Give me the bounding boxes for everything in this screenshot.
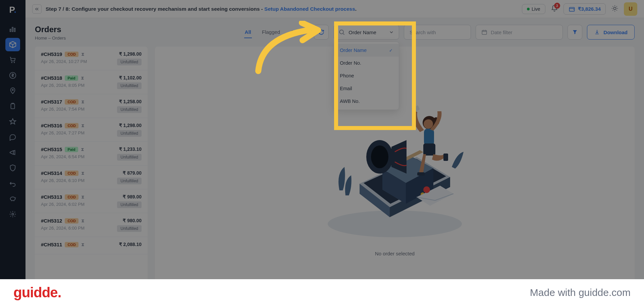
empty-illustration (319, 97, 470, 244)
sidebar-item-announce[interactable] (5, 146, 20, 159)
dropdown-option[interactable]: Phone (334, 69, 399, 82)
notifications-button[interactable]: 3 (551, 5, 558, 13)
order-card[interactable]: #CH5318Paid⧗Apr 26, 2024, 8:05 PM₹ 1,102… (35, 70, 148, 94)
download-icon (594, 29, 600, 35)
dropdown-option[interactable]: AWB No. (334, 95, 399, 108)
orders-list[interactable]: #CH5319COD⧗Apr 26, 2024, 10:27 PM₹ 1,298… (35, 47, 148, 306)
chevron-down-icon (389, 29, 394, 35)
sidebar-item-piggy[interactable] (5, 192, 20, 205)
order-card[interactable]: #CH5317COD⧗Apr 26, 2024, 7:54 PM₹ 1,258.… (35, 94, 148, 118)
order-id: #CH5318 (41, 75, 62, 81)
order-card[interactable]: #CH5312COD⧗Apr 26, 2024, 6:00 PM₹ 980.00… (35, 213, 148, 237)
page-title: Orders (35, 25, 66, 34)
tab-cod[interactable]: COD (290, 26, 303, 38)
svg-point-3 (12, 89, 13, 90)
order-status-pill: COD (65, 218, 78, 224)
download-button[interactable]: Download (587, 25, 635, 40)
date-filter[interactable]: Date filter (476, 25, 563, 40)
sidebar-item-clipboard[interactable] (5, 100, 20, 113)
order-card[interactable]: #CH5313COD⧗Apr 26, 2024, 6:02 PM₹ 989.00… (35, 189, 148, 213)
hourglass-icon: ⧗ (81, 170, 85, 176)
comment-icon (9, 133, 16, 141)
wallet-button[interactable]: ₹3,826.34 (564, 3, 606, 15)
topbar: Step 7 / 8: Configure your checkout reco… (25, 0, 644, 18)
hourglass-icon: ⧗ (81, 194, 85, 200)
wallet-icon (569, 6, 575, 12)
hourglass-icon: ⧗ (81, 75, 84, 81)
order-price: ₹ 879.00 (123, 170, 142, 176)
tab-all[interactable]: All (244, 26, 252, 38)
order-status-pill: COD (65, 123, 78, 128)
sidebar-item-payments[interactable] (5, 69, 20, 82)
guidde-footer: guidde. Made with guidde.com (0, 279, 644, 306)
order-card[interactable]: #CH5316COD⧗Apr 26, 2024, 7:27 PM₹ 1,298.… (35, 118, 148, 142)
setup-step-link[interactable]: Setup Abandoned Checkout process (264, 6, 355, 12)
svg-rect-28 (411, 105, 420, 113)
order-price: ₹ 1,298.00 (119, 51, 142, 57)
sidebar-item-shield[interactable] (5, 161, 20, 175)
order-date: Apr 26, 2024, 7:54 PM (41, 107, 85, 112)
order-status-pill: COD (65, 194, 78, 200)
clipboard-icon (9, 103, 16, 110)
map-pin-icon (9, 87, 16, 95)
collapse-sidebar-button[interactable] (32, 4, 42, 14)
order-id: #CH5315 (41, 146, 62, 152)
order-date: Apr 26, 2024, 6:54 PM (41, 154, 85, 159)
dollar-icon (9, 72, 16, 79)
live-status: Live (522, 4, 545, 14)
filter-button[interactable] (568, 25, 582, 40)
svg-rect-30 (443, 154, 448, 161)
order-card[interactable]: #CH5314COD⧗Apr 26, 2024, 6:10 PM₹ 879.00… (35, 166, 148, 189)
hourglass-icon: ⧗ (81, 218, 85, 224)
dropdown-option[interactable]: Email (334, 82, 399, 95)
sidebar: P. (0, 0, 25, 306)
order-id: #CH5313 (41, 194, 62, 200)
order-status-pill: COD (65, 99, 78, 105)
hourglass-icon: ⧗ (81, 123, 85, 128)
sidebar-item-settings[interactable] (5, 207, 20, 221)
svg-rect-7 (569, 7, 574, 11)
guidde-logo: guidde. (13, 285, 61, 301)
sidebar-item-star[interactable] (5, 115, 20, 128)
sidebar-item-location[interactable] (5, 84, 20, 98)
megaphone-icon (9, 149, 16, 156)
piggy-icon (9, 195, 16, 202)
dropdown-option[interactable]: Order No. (334, 57, 399, 69)
search-field-dropdown[interactable]: Order Name (333, 25, 399, 40)
order-card[interactable]: #CH5315Paid⧗Apr 26, 2024, 6:54 PM₹ 1,233… (35, 142, 148, 166)
live-dot-icon (527, 8, 530, 10)
order-date: Apr 26, 2024, 6:02 PM (41, 202, 85, 207)
sidebar-item-cart[interactable] (5, 53, 20, 67)
funnel-icon (572, 29, 578, 35)
search-icon (338, 29, 345, 36)
order-card[interactable]: #CH5311COD⧗₹ 2,088.10 (35, 237, 148, 254)
user-avatar[interactable]: U (624, 2, 637, 16)
order-date: Apr 26, 2024, 6:00 PM (41, 226, 85, 231)
order-id: #CH5311 (41, 242, 62, 247)
svg-point-1 (14, 62, 15, 63)
svg-rect-26 (424, 129, 434, 145)
svg-point-24 (424, 119, 433, 129)
theme-toggle[interactable] (611, 5, 619, 13)
order-id: #CH5319 (41, 51, 62, 57)
order-id: #CH5314 (41, 170, 62, 176)
refresh-button[interactable] (314, 25, 329, 40)
tab-flagged[interactable]: Flagged (261, 26, 281, 38)
sidebar-item-orders[interactable] (5, 38, 20, 51)
order-price: ₹ 1,233.10 (119, 146, 142, 152)
box-icon (9, 41, 16, 48)
svg-point-8 (613, 7, 616, 9)
order-id: #CH5316 (41, 123, 62, 128)
order-price: ₹ 1,298.00 (119, 123, 142, 128)
dropdown-option[interactable]: Order Name✓ (334, 44, 399, 57)
search-input[interactable] (404, 25, 471, 40)
order-card[interactable]: #CH5319COD⧗Apr 26, 2024, 10:27 PM₹ 1,298… (35, 47, 148, 70)
sidebar-item-dashboard[interactable] (5, 22, 20, 36)
fulfilment-badge: Unfulfilled (117, 201, 142, 208)
guidde-tagline: Made with guidde.com (530, 287, 631, 298)
svg-point-22 (423, 186, 430, 193)
svg-rect-27 (423, 143, 435, 156)
sidebar-item-comment[interactable] (5, 130, 20, 144)
sidebar-item-undo[interactable] (5, 177, 20, 190)
breadcrumb: Home – Orders (35, 36, 66, 41)
